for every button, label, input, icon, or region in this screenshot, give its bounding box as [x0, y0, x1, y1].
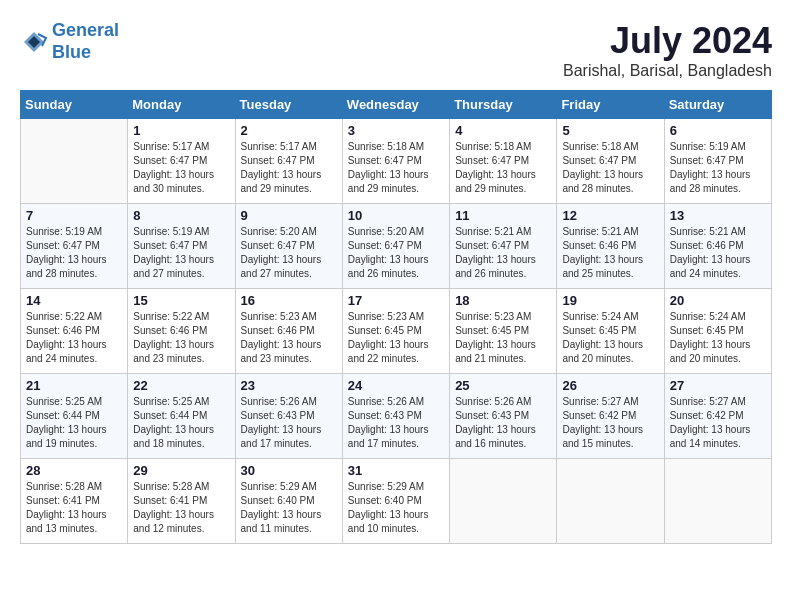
day-number: 26 [562, 378, 658, 393]
calendar-cell: 25Sunrise: 5:26 AMSunset: 6:43 PMDayligh… [450, 374, 557, 459]
day-info: Sunrise: 5:21 AMSunset: 6:46 PMDaylight:… [670, 225, 766, 281]
day-info: Sunrise: 5:27 AMSunset: 6:42 PMDaylight:… [562, 395, 658, 451]
day-number: 24 [348, 378, 444, 393]
calendar-cell: 28Sunrise: 5:28 AMSunset: 6:41 PMDayligh… [21, 459, 128, 544]
page-header: General Blue July 2024 Barishal, Barisal… [20, 20, 772, 80]
day-info: Sunrise: 5:18 AMSunset: 6:47 PMDaylight:… [455, 140, 551, 196]
day-info: Sunrise: 5:26 AMSunset: 6:43 PMDaylight:… [241, 395, 337, 451]
day-info: Sunrise: 5:19 AMSunset: 6:47 PMDaylight:… [670, 140, 766, 196]
day-info: Sunrise: 5:27 AMSunset: 6:42 PMDaylight:… [670, 395, 766, 451]
weekday-header-thursday: Thursday [450, 91, 557, 119]
day-number: 18 [455, 293, 551, 308]
calendar-cell: 19Sunrise: 5:24 AMSunset: 6:45 PMDayligh… [557, 289, 664, 374]
day-number: 21 [26, 378, 122, 393]
weekday-header-friday: Friday [557, 91, 664, 119]
calendar-cell: 18Sunrise: 5:23 AMSunset: 6:45 PMDayligh… [450, 289, 557, 374]
day-number: 1 [133, 123, 229, 138]
day-number: 5 [562, 123, 658, 138]
day-number: 28 [26, 463, 122, 478]
day-info: Sunrise: 5:23 AMSunset: 6:46 PMDaylight:… [241, 310, 337, 366]
day-number: 15 [133, 293, 229, 308]
weekday-header-sunday: Sunday [21, 91, 128, 119]
day-info: Sunrise: 5:23 AMSunset: 6:45 PMDaylight:… [348, 310, 444, 366]
day-number: 6 [670, 123, 766, 138]
day-number: 11 [455, 208, 551, 223]
calendar-cell [664, 459, 771, 544]
calendar-cell [557, 459, 664, 544]
week-row-1: 1Sunrise: 5:17 AMSunset: 6:47 PMDaylight… [21, 119, 772, 204]
calendar-table: SundayMondayTuesdayWednesdayThursdayFrid… [20, 90, 772, 544]
day-number: 23 [241, 378, 337, 393]
calendar-cell: 15Sunrise: 5:22 AMSunset: 6:46 PMDayligh… [128, 289, 235, 374]
day-number: 3 [348, 123, 444, 138]
calendar-cell: 27Sunrise: 5:27 AMSunset: 6:42 PMDayligh… [664, 374, 771, 459]
day-info: Sunrise: 5:24 AMSunset: 6:45 PMDaylight:… [562, 310, 658, 366]
calendar-cell: 4Sunrise: 5:18 AMSunset: 6:47 PMDaylight… [450, 119, 557, 204]
calendar-cell [450, 459, 557, 544]
logo-line2: Blue [52, 42, 91, 62]
day-number: 13 [670, 208, 766, 223]
day-number: 14 [26, 293, 122, 308]
day-number: 17 [348, 293, 444, 308]
calendar-cell: 14Sunrise: 5:22 AMSunset: 6:46 PMDayligh… [21, 289, 128, 374]
day-info: Sunrise: 5:23 AMSunset: 6:45 PMDaylight:… [455, 310, 551, 366]
calendar-cell: 11Sunrise: 5:21 AMSunset: 6:47 PMDayligh… [450, 204, 557, 289]
day-info: Sunrise: 5:18 AMSunset: 6:47 PMDaylight:… [348, 140, 444, 196]
calendar-cell: 16Sunrise: 5:23 AMSunset: 6:46 PMDayligh… [235, 289, 342, 374]
day-info: Sunrise: 5:22 AMSunset: 6:46 PMDaylight:… [26, 310, 122, 366]
calendar-cell: 8Sunrise: 5:19 AMSunset: 6:47 PMDaylight… [128, 204, 235, 289]
day-info: Sunrise: 5:18 AMSunset: 6:47 PMDaylight:… [562, 140, 658, 196]
logo-line1: General [52, 20, 119, 40]
day-number: 19 [562, 293, 658, 308]
logo-text: General Blue [52, 20, 119, 63]
logo: General Blue [20, 20, 119, 63]
day-info: Sunrise: 5:28 AMSunset: 6:41 PMDaylight:… [133, 480, 229, 536]
weekday-header-wednesday: Wednesday [342, 91, 449, 119]
weekday-header-monday: Monday [128, 91, 235, 119]
calendar-cell: 31Sunrise: 5:29 AMSunset: 6:40 PMDayligh… [342, 459, 449, 544]
calendar-cell: 6Sunrise: 5:19 AMSunset: 6:47 PMDaylight… [664, 119, 771, 204]
calendar-cell: 26Sunrise: 5:27 AMSunset: 6:42 PMDayligh… [557, 374, 664, 459]
day-number: 10 [348, 208, 444, 223]
calendar-cell: 23Sunrise: 5:26 AMSunset: 6:43 PMDayligh… [235, 374, 342, 459]
calendar-cell: 20Sunrise: 5:24 AMSunset: 6:45 PMDayligh… [664, 289, 771, 374]
day-info: Sunrise: 5:29 AMSunset: 6:40 PMDaylight:… [241, 480, 337, 536]
calendar-cell: 2Sunrise: 5:17 AMSunset: 6:47 PMDaylight… [235, 119, 342, 204]
day-info: Sunrise: 5:28 AMSunset: 6:41 PMDaylight:… [26, 480, 122, 536]
day-info: Sunrise: 5:20 AMSunset: 6:47 PMDaylight:… [241, 225, 337, 281]
day-number: 8 [133, 208, 229, 223]
day-info: Sunrise: 5:24 AMSunset: 6:45 PMDaylight:… [670, 310, 766, 366]
weekday-header-row: SundayMondayTuesdayWednesdayThursdayFrid… [21, 91, 772, 119]
day-number: 9 [241, 208, 337, 223]
day-number: 20 [670, 293, 766, 308]
week-row-2: 7Sunrise: 5:19 AMSunset: 6:47 PMDaylight… [21, 204, 772, 289]
day-number: 16 [241, 293, 337, 308]
calendar-cell: 1Sunrise: 5:17 AMSunset: 6:47 PMDaylight… [128, 119, 235, 204]
location-subtitle: Barishal, Barisal, Bangladesh [563, 62, 772, 80]
month-year-title: July 2024 [563, 20, 772, 62]
weekday-header-tuesday: Tuesday [235, 91, 342, 119]
day-info: Sunrise: 5:17 AMSunset: 6:47 PMDaylight:… [133, 140, 229, 196]
calendar-cell: 10Sunrise: 5:20 AMSunset: 6:47 PMDayligh… [342, 204, 449, 289]
day-info: Sunrise: 5:26 AMSunset: 6:43 PMDaylight:… [348, 395, 444, 451]
day-number: 7 [26, 208, 122, 223]
week-row-5: 28Sunrise: 5:28 AMSunset: 6:41 PMDayligh… [21, 459, 772, 544]
calendar-cell: 13Sunrise: 5:21 AMSunset: 6:46 PMDayligh… [664, 204, 771, 289]
weekday-header-saturday: Saturday [664, 91, 771, 119]
day-info: Sunrise: 5:19 AMSunset: 6:47 PMDaylight:… [133, 225, 229, 281]
day-info: Sunrise: 5:21 AMSunset: 6:47 PMDaylight:… [455, 225, 551, 281]
day-info: Sunrise: 5:20 AMSunset: 6:47 PMDaylight:… [348, 225, 444, 281]
calendar-cell: 30Sunrise: 5:29 AMSunset: 6:40 PMDayligh… [235, 459, 342, 544]
day-number: 30 [241, 463, 337, 478]
day-number: 2 [241, 123, 337, 138]
day-number: 29 [133, 463, 229, 478]
calendar-cell: 17Sunrise: 5:23 AMSunset: 6:45 PMDayligh… [342, 289, 449, 374]
day-number: 25 [455, 378, 551, 393]
calendar-cell: 3Sunrise: 5:18 AMSunset: 6:47 PMDaylight… [342, 119, 449, 204]
logo-icon [20, 28, 48, 56]
day-info: Sunrise: 5:21 AMSunset: 6:46 PMDaylight:… [562, 225, 658, 281]
week-row-3: 14Sunrise: 5:22 AMSunset: 6:46 PMDayligh… [21, 289, 772, 374]
calendar-cell: 9Sunrise: 5:20 AMSunset: 6:47 PMDaylight… [235, 204, 342, 289]
calendar-cell: 12Sunrise: 5:21 AMSunset: 6:46 PMDayligh… [557, 204, 664, 289]
calendar-cell [21, 119, 128, 204]
